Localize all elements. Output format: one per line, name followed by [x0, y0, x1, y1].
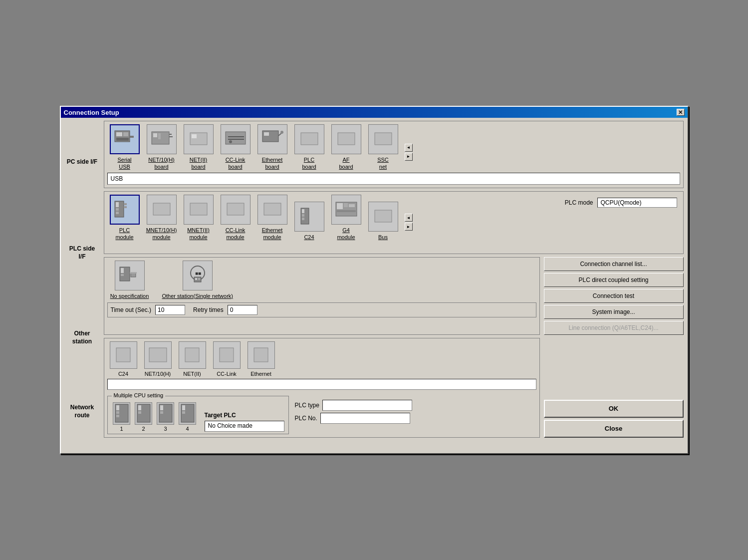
- plc-scroll-left[interactable]: ◄: [405, 214, 413, 222]
- net-net-item[interactable]: NET(II): [176, 341, 209, 377]
- connection-channel-list-button[interactable]: Connection channel list...: [544, 257, 684, 271]
- ethernet-module-icon: [257, 195, 287, 225]
- plc-module-item[interactable]: PLCmodule: [107, 195, 142, 241]
- ssc-net-icon: [368, 124, 398, 154]
- plc-scroll-right[interactable]: ►: [405, 223, 413, 231]
- pc-serial-usb-item[interactable]: SerialUSB: [107, 124, 142, 171]
- content-area: PC side I/F PLC side I/F Other station N…: [61, 118, 688, 453]
- bus-label: Bus: [378, 234, 388, 241]
- c24-net-item[interactable]: C24: [107, 341, 140, 377]
- svg-rect-36: [302, 218, 304, 220]
- pc-plcboard-item[interactable]: PLCboard: [292, 124, 327, 171]
- svg-rect-31: [227, 203, 244, 215]
- svg-rect-45: [121, 274, 124, 276]
- svg-rect-30: [190, 203, 207, 215]
- svg-rect-4: [116, 138, 129, 141]
- plc-mode-container: PLC mode QCPU(Qmode): [530, 195, 680, 251]
- svg-rect-57: [254, 348, 268, 362]
- pc-sscnet-item[interactable]: SSCnet: [366, 124, 401, 171]
- target-plc-area: Target PLC No Choice made: [205, 412, 284, 432]
- svg-rect-59: [116, 405, 119, 410]
- connection-test-button[interactable]: Connection test: [544, 289, 684, 303]
- bus-item[interactable]: Bus: [366, 202, 401, 241]
- no-spec-item[interactable]: No specification: [107, 261, 152, 299]
- mnet-module-item[interactable]: MNET(II)module: [181, 195, 216, 241]
- cpu-3-item[interactable]: 3: [156, 402, 176, 432]
- cclink-module-item[interactable]: CC-Linkmodule: [218, 195, 253, 241]
- cpu-2-num: 2: [142, 426, 145, 432]
- plc-direct-coupled-button[interactable]: PLC direct coupled setting: [544, 273, 684, 287]
- close-button[interactable]: Close: [544, 420, 684, 438]
- retry-input[interactable]: [228, 305, 257, 315]
- pc-scroll-right[interactable]: ►: [405, 153, 413, 161]
- plc-type-value: [322, 400, 412, 411]
- svg-rect-67: [160, 411, 163, 414]
- timeout-input[interactable]: [155, 305, 185, 315]
- ssc-net-label: SSCnet: [377, 156, 389, 171]
- pc-ethernet-item[interactable]: Ethernetboard: [255, 124, 290, 171]
- cclink-module-icon: [221, 195, 250, 225]
- other-station-single-item[interactable]: ■■ Other station(Single network): [162, 261, 233, 299]
- ok-close-area: OK Close: [544, 338, 684, 438]
- pc-net10h-item[interactable]: NET/10(H)board: [144, 124, 179, 171]
- ethernet-net-icon: [248, 341, 275, 369]
- mnet-module-label: MNET(II)module: [187, 227, 210, 241]
- network-text-display: [107, 379, 536, 390]
- cclink-net-item[interactable]: CC-Link: [211, 341, 243, 377]
- svg-text:■■: ■■: [195, 271, 201, 276]
- plc-board-label: PLCboard: [302, 156, 316, 171]
- c24-net-label: C24: [118, 371, 128, 377]
- plc-no-row: PLC No.: [295, 413, 412, 424]
- pc-afboard-item[interactable]: AFboard: [329, 124, 364, 171]
- cpu-4-item[interactable]: 4: [178, 402, 198, 432]
- cpu-1-item[interactable]: 1: [112, 402, 132, 432]
- net10h-net-item[interactable]: NET/10(H): [142, 341, 174, 377]
- plc-module-label: PLCmodule: [115, 227, 133, 241]
- system-image-button[interactable]: System image...: [544, 305, 684, 319]
- other-station-label: Other station: [71, 328, 93, 347]
- af-board-icon: [331, 124, 361, 154]
- pc-scroll-left[interactable]: ◄: [405, 144, 413, 152]
- mnet10h-module-icon: [147, 195, 177, 225]
- other-station-section: No specification ■■: [104, 257, 540, 335]
- g4-module-icon: [331, 195, 361, 225]
- plc-type-label: PLC type: [295, 402, 319, 409]
- svg-rect-20: [301, 133, 318, 145]
- target-plc-label: Target PLC: [205, 412, 284, 419]
- c24-item[interactable]: C24: [292, 202, 327, 241]
- other-station-single-icon: ■■: [183, 261, 213, 290]
- bus-icon: [368, 202, 398, 232]
- pc-icon-row: SerialUSB: [107, 124, 680, 171]
- cclink-net-icon: [213, 341, 241, 369]
- g4-module-item[interactable]: G4module: [329, 195, 364, 241]
- pc-side-if-label: PC side I/F: [66, 156, 98, 168]
- net-net-label: NET(II): [183, 371, 201, 377]
- plc-no-label: PLC No.: [295, 415, 317, 422]
- multiple-cpu-title: Multiple CPU setting: [112, 392, 166, 398]
- other-station-single-label: Other station(Single network): [162, 292, 233, 299]
- plc-board-icon: [294, 124, 324, 154]
- svg-rect-54: [149, 348, 167, 362]
- svg-rect-64: [138, 411, 141, 414]
- cclink-board-label: CC-Linkboard: [226, 156, 246, 171]
- plc-mode-label: PLC mode: [565, 199, 593, 206]
- target-plc-value: No Choice made: [205, 421, 284, 432]
- ethernet-net-item[interactable]: Ethernet: [245, 341, 277, 377]
- svg-rect-22: [375, 133, 392, 145]
- line-connection-button[interactable]: Line connection (Q/A6TEL,C24)...: [544, 321, 684, 335]
- svg-rect-34: [302, 209, 304, 213]
- net-board-icon: [184, 124, 214, 154]
- ethernet-module-item[interactable]: Ethernetmodule: [255, 195, 290, 241]
- plc-type-row: PLC type: [295, 400, 412, 411]
- pc-net-item[interactable]: NET(II)board: [181, 124, 216, 171]
- pc-cclink-item[interactable]: CC-Linkboard: [218, 124, 253, 171]
- svg-rect-11: [192, 134, 197, 138]
- ok-button[interactable]: OK: [544, 400, 684, 418]
- close-icon[interactable]: ✕: [677, 109, 685, 116]
- mnet10h-module-item[interactable]: MNET/10(H)module: [144, 195, 179, 241]
- cclink-board-icon: [221, 124, 250, 154]
- svg-rect-50: [195, 278, 197, 280]
- svg-rect-60: [116, 411, 119, 414]
- cpu-2-item[interactable]: 2: [134, 402, 154, 432]
- cpu-1-num: 1: [120, 426, 123, 432]
